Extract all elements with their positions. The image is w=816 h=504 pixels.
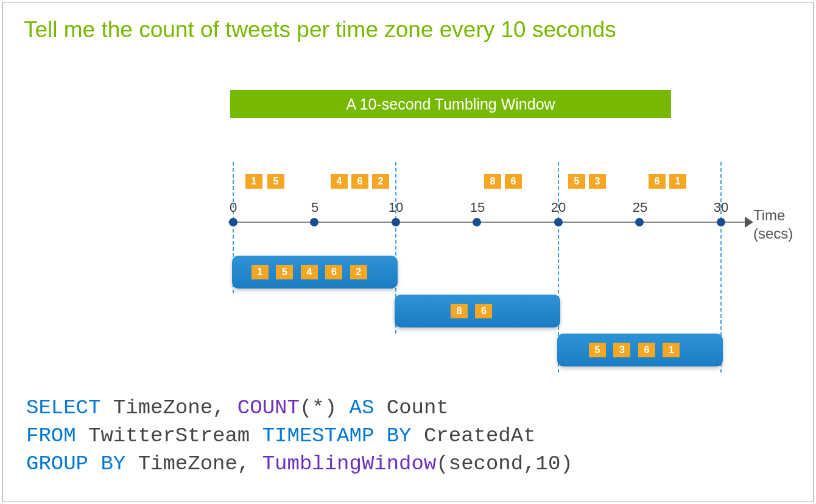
tick-label: 20 bbox=[546, 200, 571, 215]
tick-label: 10 bbox=[384, 200, 408, 215]
tick-label: 0 bbox=[221, 200, 245, 215]
sql-text: (second,10) bbox=[436, 452, 572, 475]
tick-dot bbox=[635, 218, 644, 226]
window-event: 1 bbox=[663, 343, 680, 357]
sql-function: TumblingWindow bbox=[262, 452, 437, 475]
tick-dot bbox=[229, 218, 237, 226]
event-box: 6 bbox=[505, 174, 522, 189]
axis-arrow-icon bbox=[745, 217, 753, 228]
sql-keyword: GROUP BY bbox=[26, 452, 125, 475]
diagram-frame: Tell me the count of tweets per time zon… bbox=[2, 2, 814, 502]
sql-line-1: SELECT TimeZone, COUNT(*) AS Count bbox=[26, 394, 573, 422]
sql-text: TimeZone, bbox=[100, 396, 237, 419]
tick-dot bbox=[392, 218, 400, 226]
window-event: 5 bbox=[589, 343, 606, 357]
tick-label: 25 bbox=[628, 200, 652, 215]
window-result-2: 8 6 bbox=[395, 295, 560, 327]
sql-function: COUNT bbox=[237, 396, 300, 419]
sql-line-3: GROUP BY TimeZone, TumblingWindow(second… bbox=[26, 450, 573, 478]
tick-label: 15 bbox=[465, 200, 490, 215]
tick-dot bbox=[717, 218, 725, 226]
sql-keyword: SELECT bbox=[26, 396, 100, 419]
sql-keyword: TIMESTAMP BY bbox=[262, 424, 412, 447]
sql-keyword: AS bbox=[350, 396, 375, 419]
window-result-3: 5 3 6 1 bbox=[557, 334, 723, 366]
window-banner: A 10-second Tumbling Window bbox=[230, 90, 671, 118]
window-event: 3 bbox=[613, 343, 630, 357]
sql-text: TimeZone, bbox=[125, 452, 262, 475]
window-event: 6 bbox=[638, 343, 655, 357]
sql-text: TwitterStream bbox=[76, 424, 262, 447]
sql-text: Count bbox=[374, 396, 448, 419]
event-box: 1 bbox=[669, 174, 686, 189]
event-box: 5 bbox=[267, 174, 284, 189]
event-box: 3 bbox=[589, 174, 606, 189]
diagram-title: Tell me the count of tweets per time zon… bbox=[24, 17, 616, 43]
tick-dot bbox=[554, 218, 563, 226]
tick-label: 5 bbox=[303, 200, 327, 215]
axis-title-time: Time bbox=[753, 207, 785, 224]
window-event: 8 bbox=[451, 304, 468, 318]
tick-label: 30 bbox=[709, 200, 733, 215]
tick-dot bbox=[310, 218, 318, 226]
time-axis bbox=[228, 222, 746, 223]
tick-dot bbox=[473, 218, 481, 226]
event-box: 4 bbox=[331, 174, 348, 189]
window-result-1: 1 5 4 6 2 bbox=[232, 256, 398, 289]
window-event: 6 bbox=[475, 304, 492, 318]
event-box: 8 bbox=[484, 174, 501, 189]
event-box: 1 bbox=[245, 174, 262, 189]
event-box: 5 bbox=[568, 174, 585, 189]
sql-query: SELECT TimeZone, COUNT(*) AS Count FROM … bbox=[26, 394, 573, 478]
window-event: 2 bbox=[350, 265, 367, 279]
sql-text: (*) bbox=[300, 396, 350, 419]
sql-line-2: FROM TwitterStream TIMESTAMP BY CreatedA… bbox=[26, 422, 573, 450]
event-box: 6 bbox=[351, 174, 368, 189]
axis-title-secs: (secs) bbox=[753, 225, 793, 242]
event-box: 2 bbox=[372, 174, 389, 189]
window-event: 4 bbox=[301, 265, 318, 279]
window-event: 5 bbox=[276, 265, 293, 279]
event-box: 6 bbox=[649, 174, 666, 189]
window-event: 6 bbox=[325, 265, 342, 279]
sql-text: CreatedAt bbox=[412, 424, 536, 447]
sql-keyword: FROM bbox=[26, 424, 76, 447]
window-event: 1 bbox=[251, 265, 269, 279]
